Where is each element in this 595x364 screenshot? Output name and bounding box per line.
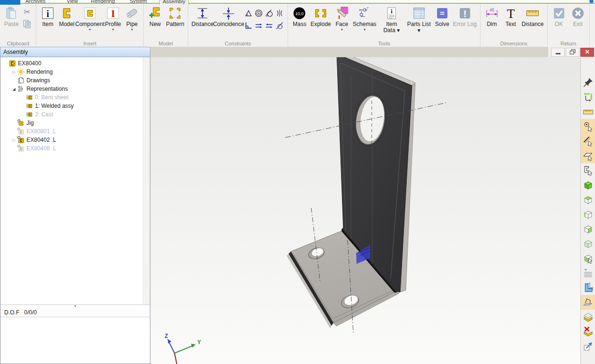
- opposite-constraint-icon[interactable]: [265, 21, 274, 31]
- symmetry-constraint-icon[interactable]: [275, 9, 285, 18]
- 3d-viewport[interactable]: Z Y: [150, 57, 580, 364]
- tree-item-2-cast[interactable]: 2: Cast: [0, 110, 150, 119]
- tree-item-representations[interactable]: ◢Representations: [0, 85, 150, 93]
- coordinate-triad: Z Y: [165, 333, 201, 364]
- delete-box-icon[interactable]: [581, 324, 595, 339]
- cube-solid-icon[interactable]: [581, 178, 595, 192]
- list-dropdown-icon[interactable]: [581, 266, 595, 280]
- tree-item-1-welded-assy[interactable]: 1: Welded assy: [0, 102, 150, 110]
- tree-item-drawings[interactable]: Drawings: [0, 76, 150, 85]
- export-icon[interactable]: [581, 339, 595, 354]
- distance-button[interactable]: Distance: [520, 5, 545, 28]
- tree-item-0-bent-sheet[interactable]: 0: Bent sheet: [0, 93, 150, 102]
- tree-item-jig[interactable]: Jig: [0, 119, 150, 127]
- select-point-icon[interactable]: [581, 119, 595, 134]
- document-title-strip: Assembly ✕: [0, 47, 595, 57]
- cube-pale-icon[interactable]: [581, 236, 595, 251]
- group-label-return: Return: [548, 41, 589, 46]
- component-button[interactable]: Component▾: [76, 5, 104, 33]
- collapse-arrow-icon[interactable]: ◢: [11, 87, 17, 91]
- restore-button[interactable]: [566, 48, 579, 57]
- file-menu-tab[interactable]: [0, 0, 20, 5]
- expand-arrow-icon[interactable]: ▷: [11, 138, 17, 142]
- solve-button[interactable]: =Solve: [433, 5, 452, 28]
- ok-button[interactable]: OK: [550, 5, 569, 28]
- tangent-constraint-icon[interactable]: [265, 9, 274, 18]
- pattern-button[interactable]: Pattern: [165, 5, 186, 28]
- assembly-panel-header[interactable]: Assembly: [0, 47, 150, 57]
- tab-archives[interactable]: Archives: [23, 0, 48, 4]
- cube-left-edge-icon[interactable]: [581, 207, 595, 222]
- parts-list-button[interactable]: Parts List ▾: [405, 5, 433, 35]
- tree-item-ex80400[interactable]: EX80400: [0, 59, 150, 68]
- face-icon: I: [335, 6, 349, 20]
- schemas-button[interactable]: Schemas▾: [351, 5, 378, 33]
- cube-cursor-icon[interactable]: [581, 251, 595, 266]
- parallel-constraint-icon[interactable]: [254, 21, 264, 31]
- group-label-tools: Tools: [288, 41, 480, 46]
- svg-text:10,0: 10,0: [296, 11, 304, 16]
- concentric-constraint-icon[interactable]: [254, 9, 264, 18]
- model-button[interactable]: Model: [57, 5, 76, 28]
- tab-view[interactable]: View: [64, 0, 81, 4]
- explode-button[interactable]: Explode: [309, 5, 332, 28]
- error-log-button[interactable]: !Error Log: [452, 5, 478, 28]
- item-data-button[interactable]: iItem Data ▾: [378, 5, 405, 35]
- tree-item-ex80406-l[interactable]: EX80406 .L: [0, 144, 150, 153]
- tree-item-rendering[interactable]: ▷Rendering: [0, 68, 150, 76]
- orientation-icon[interactable]: [581, 90, 595, 104]
- help-icon[interactable]: [589, 0, 594, 3]
- tree-item-label: EX80400: [17, 60, 41, 67]
- panel-splitter[interactable]: ▼: [0, 304, 150, 308]
- application-window: ArchivesViewRenderingSystemAssembly Past…: [0, 0, 595, 364]
- close-button[interactable]: ✕: [580, 48, 594, 57]
- dropdown-arrow-icon: ▾: [364, 28, 366, 32]
- sketch-icon[interactable]: [581, 295, 595, 310]
- mass-button[interactable]: 10,0Mass: [290, 5, 309, 28]
- cube-top-icon[interactable]: [581, 192, 595, 207]
- cut-button[interactable]: ✂: [22, 7, 33, 18]
- paste-button[interactable]: Paste: [2, 5, 21, 28]
- group-label-insert: Insert: [36, 41, 143, 46]
- select-edge-icon[interactable]: [581, 134, 595, 148]
- part-bracket-icon[interactable]: [581, 280, 595, 295]
- distance-icon: [195, 6, 210, 20]
- tree-item-ex80801-l[interactable]: EX80801 .L: [0, 127, 150, 136]
- main-area: EX80400▷RenderingDrawings◢Representation…: [0, 57, 595, 364]
- assembly-root-icon: [9, 60, 17, 67]
- tab-system[interactable]: System: [127, 0, 150, 4]
- drawings-icon: [17, 77, 26, 84]
- new-button[interactable]: New: [146, 5, 165, 28]
- angle-constraint-icon[interactable]: [244, 9, 254, 18]
- item-data-icon: i: [385, 6, 399, 20]
- distance-button[interactable]: Distance: [190, 5, 215, 28]
- schemas-icon: [358, 6, 372, 20]
- tree-item-label: EX80801 .L: [26, 128, 56, 135]
- tab-rendering[interactable]: Rendering: [88, 0, 118, 4]
- coincidence-button[interactable]: Coincidence: [215, 5, 242, 28]
- face-button[interactable]: IFace▾: [332, 5, 351, 33]
- tree-item-ex80402-l[interactable]: ▷EX80402 .L: [0, 136, 150, 144]
- tree-scrollbar[interactable]: [143, 57, 150, 304]
- text-button[interactable]: TText: [501, 5, 520, 28]
- cube-right-face-icon[interactable]: [581, 222, 595, 236]
- select-component-icon[interactable]: [581, 163, 595, 178]
- pin-icon[interactable]: [581, 75, 595, 90]
- profile-button[interactable]: IProfile▾: [104, 5, 122, 33]
- measure-ruler-icon[interactable]: [581, 104, 595, 119]
- tab-assembly[interactable]: Assembly: [159, 0, 189, 5]
- antitangent-constraint-icon[interactable]: [275, 21, 285, 31]
- ribbon: Paste✂ClipboardiItemModelComponent▾IProf…: [0, 4, 595, 47]
- perpendicular-constraint-icon[interactable]: [244, 21, 254, 31]
- tree-item-label: Drawings: [26, 77, 50, 84]
- minimize-button[interactable]: [551, 48, 565, 57]
- dim-button[interactable]: 45Dim: [482, 5, 501, 28]
- copy-button[interactable]: [22, 19, 33, 30]
- exit-button[interactable]: Exit: [569, 5, 587, 28]
- pipe-button[interactable]: Pipe▾: [122, 5, 141, 33]
- select-face-icon[interactable]: [581, 148, 595, 163]
- item-button[interactable]: iItem: [38, 5, 57, 28]
- bounding-box-icon[interactable]: [581, 310, 595, 324]
- button-label: Parts List ▾: [407, 21, 431, 34]
- expand-arrow-icon[interactable]: ▷: [11, 70, 17, 74]
